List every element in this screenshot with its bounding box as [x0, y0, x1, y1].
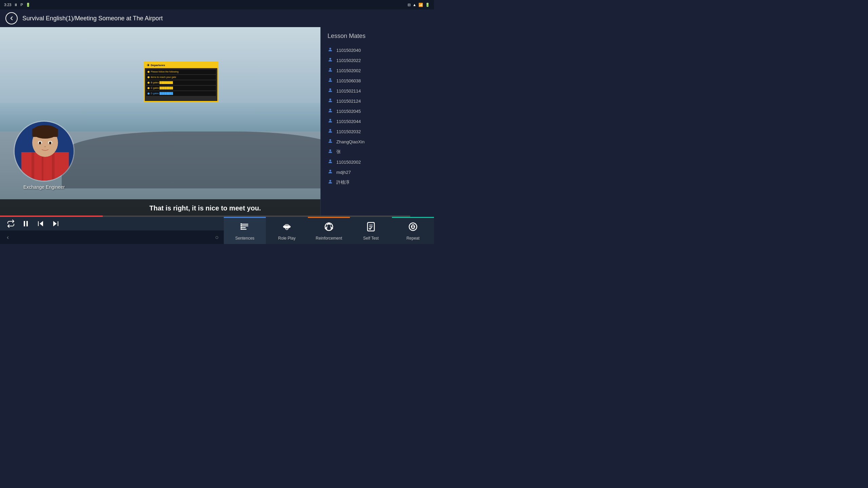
- tab-sentences[interactable]: Sentences: [224, 217, 266, 244]
- lesson-mate-item[interactable]: 1101502044: [328, 116, 427, 126]
- departure-header: ✈ Departures: [145, 62, 217, 68]
- battery-low-icon: 🔋: [26, 3, 31, 7]
- status-bar: 3:23 ⏸ P 🔋 ⊟ ▲ 📶 🔋: [0, 0, 434, 9]
- time-display: 3:23: [4, 3, 11, 7]
- lesson-mate-item[interactable]: mdjh27: [328, 167, 427, 177]
- status-right: ⊟ ▲ 📶 🔋: [408, 3, 430, 7]
- lesson-mate-name: 1101502044: [336, 119, 361, 124]
- svg-point-69: [413, 226, 415, 227]
- avatar-male: [14, 121, 75, 182]
- lesson-mate-item[interactable]: 1101506038: [328, 76, 427, 86]
- status-left: 3:23 ⏸ P 🔋: [4, 3, 31, 7]
- user-icon: [328, 128, 333, 135]
- tab-roleplay[interactable]: Role Play: [266, 217, 308, 244]
- svg-point-47: [329, 160, 331, 161]
- user-icon: [328, 57, 333, 64]
- sidebar-title: Lesson Mates: [328, 33, 427, 40]
- selftest-icon: [366, 222, 376, 234]
- svg-rect-29: [26, 221, 28, 226]
- svg-point-12: [49, 142, 52, 144]
- tab-repeat-label: Repeat: [407, 236, 420, 241]
- repeat-tab-icon: [408, 222, 418, 234]
- wifi-icon: ▲: [413, 3, 416, 7]
- tab-selftest[interactable]: Self Test: [350, 217, 392, 244]
- lesson-mate-name: 1101502124: [336, 99, 361, 104]
- lesson-mate-name: 1101502040: [336, 48, 361, 53]
- bottom-nav-back[interactable]: ‹: [7, 234, 9, 241]
- lesson-mate-item[interactable]: ZhangQiaoXin: [328, 137, 427, 147]
- next-button[interactable]: [52, 220, 60, 228]
- lesson-mate-item[interactable]: 1101502124: [328, 96, 427, 106]
- svg-point-46: [329, 149, 331, 151]
- pause-icon: ⏸: [14, 3, 18, 7]
- svg-rect-4: [52, 152, 55, 182]
- lesson-mate-item[interactable]: 1101502045: [328, 106, 427, 116]
- svg-point-36: [329, 48, 331, 49]
- svg-point-44: [329, 129, 331, 131]
- page-title: Survival English(1)/Meeting Someone at T…: [22, 15, 163, 22]
- sentences-icon: [240, 222, 250, 234]
- lesson-mate-item[interactable]: 1101502002: [328, 65, 427, 76]
- lesson-mate-name: 1101502045: [336, 109, 361, 114]
- svg-point-62: [287, 228, 288, 228]
- bottom-nav-home[interactable]: ○: [215, 234, 219, 241]
- lesson-mate-item[interactable]: 1101502002: [328, 157, 427, 167]
- tab-reinforcement[interactable]: Reinforcement: [308, 217, 350, 244]
- svg-point-59: [285, 224, 289, 226]
- user-icon: [328, 138, 333, 145]
- user-icon: [328, 98, 333, 104]
- subtitle-text: That is right, it is nice to meet you.: [150, 204, 261, 212]
- lesson-mate-item[interactable]: 张: [328, 147, 427, 157]
- user-icon: [328, 179, 333, 186]
- lesson-mate-name: 許植淳: [336, 179, 350, 185]
- pause-button[interactable]: [22, 220, 30, 228]
- svg-point-61: [286, 228, 287, 228]
- svg-marker-32: [53, 221, 57, 226]
- prev-button[interactable]: [37, 220, 45, 228]
- lesson-mate-name: 1101506038: [336, 78, 361, 83]
- svg-point-40: [329, 88, 331, 90]
- lesson-mate-name: 1101502114: [336, 88, 361, 94]
- lesson-mate-name: 1101502002: [336, 68, 361, 73]
- back-button[interactable]: [5, 12, 18, 24]
- user-icon: [328, 108, 333, 115]
- svg-point-67: [409, 223, 417, 230]
- user-icon: [328, 67, 333, 74]
- reinforcement-icon: [324, 222, 334, 234]
- lesson-mate-item[interactable]: 1101502040: [328, 45, 427, 55]
- svg-rect-28: [24, 221, 25, 226]
- svg-rect-8: [32, 128, 58, 137]
- lesson-mate-item[interactable]: 1101502114: [328, 86, 427, 96]
- svg-rect-57: [241, 228, 242, 230]
- svg-point-68: [411, 226, 413, 227]
- user-icon: [328, 148, 333, 155]
- lesson-mate-name: 1101502002: [336, 160, 361, 165]
- header: Survival English(1)/Meeting Someone at T…: [0, 9, 434, 27]
- lesson-mate-item[interactable]: 1101502022: [328, 55, 427, 65]
- lesson-mate-name: mdjh27: [336, 170, 351, 175]
- lesson-mate-name: 张: [336, 149, 341, 155]
- svg-point-49: [329, 180, 331, 182]
- screen-icon: ⊟: [408, 3, 411, 7]
- svg-point-43: [329, 119, 331, 121]
- user-icon: [328, 159, 333, 165]
- lesson-mate-name: 1101502032: [336, 129, 361, 134]
- lesson-mate-name: 1101502022: [336, 58, 361, 63]
- repeat-button[interactable]: [7, 220, 15, 228]
- svg-point-48: [329, 170, 331, 171]
- user-icon: [328, 118, 333, 125]
- tab-repeat[interactable]: Repeat: [392, 217, 434, 244]
- svg-point-45: [329, 139, 331, 141]
- svg-point-11: [39, 142, 41, 144]
- lesson-mate-item[interactable]: 1101502032: [328, 126, 427, 137]
- svg-point-37: [329, 58, 331, 60]
- svg-point-42: [329, 109, 331, 110]
- svg-marker-30: [40, 221, 43, 226]
- battery-icon: 🔋: [425, 3, 430, 7]
- roleplay-icon: [282, 222, 292, 234]
- lesson-mate-item[interactable]: 許植淳: [328, 177, 427, 187]
- crowd-silhouette: [62, 131, 349, 188]
- tab-roleplay-label: Role Play: [278, 236, 295, 241]
- signal-icon: 📶: [418, 3, 423, 7]
- tab-selftest-label: Self Test: [363, 236, 379, 241]
